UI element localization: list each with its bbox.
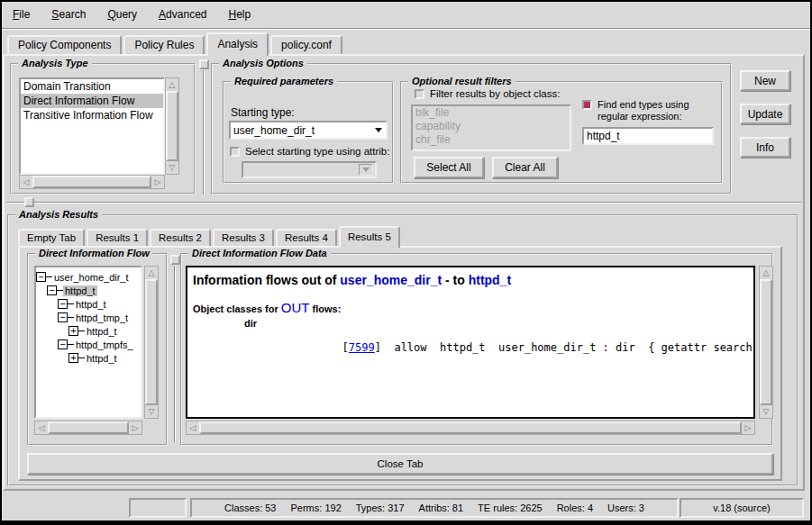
tree-node-label[interactable]: httpd_t: [85, 353, 119, 364]
scroll-right-icon[interactable]: ▷: [129, 421, 141, 434]
tree-node[interactable]: httpd_tmp_t: [58, 311, 141, 324]
tree-node-label[interactable]: httpd_t: [85, 326, 119, 337]
filter-by-class-checkbox[interactable]: [415, 89, 424, 99]
flow-data-title: Direct Information Flow Data: [188, 248, 331, 258]
scroll-thumb[interactable]: [48, 421, 129, 434]
tree-vscrollbar[interactable]: △ ▽: [144, 266, 159, 419]
tree-toggle-icon[interactable]: [68, 353, 78, 363]
main-tab[interactable]: Policy Rules: [123, 35, 205, 54]
scroll-right-icon[interactable]: ▷: [742, 421, 754, 434]
tree-toggle-icon[interactable]: [47, 285, 57, 295]
data-hscrollbar[interactable]: ◁ ▷: [186, 421, 755, 435]
optional-filters-title: Optional result filters: [408, 76, 515, 86]
select-all-button[interactable]: Select All: [414, 157, 484, 178]
analysis-type-listbox[interactable]: Domain TransitionDirect Information Flow…: [19, 77, 165, 175]
results-tab[interactable]: Empty Tab: [18, 229, 85, 246]
tree-toggle-icon[interactable]: [36, 272, 46, 282]
flow-subheading-suffix: flows:: [310, 303, 342, 314]
tree-toggle-icon[interactable]: [68, 326, 78, 336]
results-tab[interactable]: Results 4: [276, 229, 337, 246]
apol-main-window: FileSearchQueryAdvancedHelp Policy Compo…: [2, 2, 810, 520]
results-sash-line[interactable]: [6, 202, 801, 204]
tree-connector: [68, 303, 74, 304]
analysis-type-hscrollbar[interactable]: ◁ ▷: [19, 175, 165, 189]
tree-node[interactable]: user_home_dir_t: [36, 270, 141, 284]
results-tab[interactable]: Results 1: [87, 229, 148, 246]
scroll-thumb[interactable]: [32, 176, 151, 188]
object-class-name: dir: [244, 318, 748, 329]
results-tab[interactable]: Results 2: [150, 229, 211, 246]
main-tab[interactable]: Analysis: [206, 32, 269, 56]
flow-data-text[interactable]: Information flows out of user_home_dir_t…: [186, 266, 755, 419]
menu-item[interactable]: File: [5, 5, 37, 23]
tree-connector: [46, 276, 52, 277]
tree-hscrollbar[interactable]: ◁ ▷: [34, 421, 142, 435]
analysis-type-option[interactable]: Domain Transition: [21, 79, 163, 94]
tree-node-label[interactable]: httpd_tmpfs_: [74, 339, 135, 350]
data-vscrollbar[interactable]: △ ▽: [759, 266, 773, 419]
status-stats-box: Classes: 53Perms: 192Types: 317Attribs: …: [190, 498, 679, 518]
tree-toggle-icon[interactable]: [58, 299, 68, 309]
tree-node-label[interactable]: httpd_tmp_t: [74, 312, 130, 323]
filter-by-class-label: Filter results by object class:: [430, 88, 560, 100]
scroll-down-icon[interactable]: ▽: [145, 405, 158, 418]
analysis-type-option[interactable]: Direct Information Flow: [21, 94, 163, 108]
analysis-type-vscrollbar[interactable]: △ ▽: [165, 77, 179, 175]
attrib-checkbox-row: Select starting type using attrib:: [230, 146, 392, 158]
menu-item[interactable]: Search: [44, 5, 93, 23]
pane-sash-line[interactable]: [203, 70, 205, 195]
scroll-left-icon[interactable]: ◁: [35, 421, 48, 434]
scroll-left-icon[interactable]: ◁: [187, 421, 199, 434]
scroll-down-icon[interactable]: ▽: [166, 161, 178, 174]
update-button[interactable]: Update: [740, 104, 790, 124]
flow-tree-frame: Direct Information Flow T user_home_dir_…: [27, 253, 168, 446]
tree-data-sash-handle[interactable]: [170, 255, 180, 265]
rule-number-link[interactable]: 7599: [349, 341, 375, 354]
tree-toggle-icon[interactable]: [58, 312, 68, 322]
scroll-up-icon[interactable]: △: [760, 267, 772, 279]
regex-input[interactable]: [582, 127, 714, 145]
analysis-type-option[interactable]: Transitive Information Flow: [21, 108, 163, 122]
main-tab[interactable]: policy.conf: [270, 35, 342, 54]
regex-checkbox[interactable]: [582, 100, 592, 110]
tree-data-sash-line[interactable]: [174, 266, 176, 442]
scroll-left-icon[interactable]: ◁: [20, 176, 32, 188]
flow-direction-keyword: OUT: [281, 300, 310, 315]
new-button[interactable]: New: [740, 70, 790, 91]
tree-node-label[interactable]: httpd_t: [74, 299, 108, 310]
tree-node[interactable]: httpd_t: [68, 351, 141, 365]
tree-node-label[interactable]: user_home_dir_t: [52, 272, 131, 283]
clear-all-button[interactable]: Clear All: [492, 157, 558, 178]
scroll-up-icon[interactable]: △: [166, 78, 178, 91]
main-tab[interactable]: Policy Components: [7, 35, 122, 54]
tree-node[interactable]: httpd_t: [68, 324, 141, 338]
scroll-down-icon[interactable]: ▽: [760, 405, 772, 418]
results-tab[interactable]: Results 5: [339, 226, 400, 248]
menu-item[interactable]: Advanced: [151, 5, 214, 23]
menu-item[interactable]: Help: [221, 5, 258, 23]
results-tabbar: Empty TabResults 1Results 2Results 3Resu…: [18, 223, 402, 248]
attrib-checkbox[interactable]: [230, 147, 240, 157]
scroll-thumb[interactable]: [199, 421, 742, 434]
dropdown-arrow-icon[interactable]: [371, 128, 386, 132]
starting-type-combobox[interactable]: user_home_dir_t: [229, 121, 388, 140]
tree-node[interactable]: httpd_t: [58, 297, 141, 311]
tree-node-label[interactable]: httpd_t: [63, 285, 97, 296]
scroll-thumb[interactable]: [166, 91, 178, 161]
results-tab[interactable]: Results 3: [213, 229, 274, 246]
info-button[interactable]: Info: [740, 137, 790, 158]
tree-toggle-icon[interactable]: [58, 339, 68, 349]
scroll-right-icon[interactable]: ▷: [151, 176, 164, 188]
scroll-up-icon[interactable]: △: [145, 267, 158, 279]
tree-node[interactable]: httpd_t: [47, 284, 141, 297]
pane-sash-handle[interactable]: [199, 59, 209, 69]
scroll-thumb[interactable]: [145, 279, 158, 405]
flow-tree[interactable]: user_home_dir_t httpd_t: [34, 266, 142, 419]
menu-item[interactable]: Query: [100, 5, 144, 23]
attrib-checkbox-label: Select starting type using attrib:: [245, 146, 389, 158]
close-tab-button[interactable]: Close Tab: [27, 453, 773, 475]
tree-node[interactable]: httpd_tmpfs_: [58, 338, 141, 351]
scroll-thumb[interactable]: [760, 279, 772, 405]
results-sash-handle[interactable]: [24, 197, 34, 207]
analysis-options-frame: Analysis Options Required parameters Sta…: [211, 63, 732, 195]
